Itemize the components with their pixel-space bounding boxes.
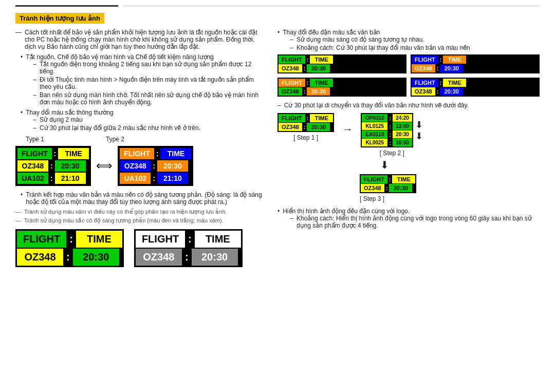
sfb3-row1: OZ348 : 20:30	[279, 87, 405, 96]
down-arrow-1-icon: ⬇	[415, 120, 423, 129]
sfb1-h-time: TIME	[310, 55, 333, 64]
lb1-row1: OZ348 : 20:30	[17, 249, 122, 266]
step3-h-flight: FLIGHT	[361, 175, 387, 183]
b1-h-sep: :	[52, 148, 59, 159]
arrow-down-step3-icon: ⬇	[380, 159, 540, 171]
b1-r1-sep: :	[48, 160, 55, 172]
step2-row3: KL0025 : 16:50	[362, 139, 412, 146]
right-column: Thay đổi đều đặn màu sắc văn bản Sử dụng…	[278, 29, 540, 267]
bottom-boards: FLIGHT : TIME OZ348 : 20:30 FLIGHT : TIM…	[15, 229, 267, 267]
arrow-right-icon: →	[342, 123, 353, 135]
gray-line-1: — Tránh sử dụng màu xám vì điều này có t…	[15, 209, 267, 215]
sfb3-header: FLIGHT : TIME	[279, 79, 405, 87]
board1-row2: UA102 : 21:10	[17, 173, 89, 184]
step3-header: FLIGHT : TIME	[361, 175, 415, 183]
step3-row1: OZ348 : 20:30	[361, 184, 415, 192]
b1-r1-time: 20:30	[55, 160, 86, 172]
lb2-r1-sep: :	[182, 249, 192, 266]
right-bullet-text-1: Thay đổi đều đặn màu sắc văn bản Sử dụng…	[283, 29, 470, 52]
b2-r1-time: 20:30	[157, 160, 188, 172]
b2-h-sep: :	[154, 148, 161, 159]
step3-h-time: TIME	[392, 175, 415, 183]
bullet-item-1: Tắt nguồn, Chế độ bảo vệ màn hình và Chế…	[21, 53, 267, 107]
sfb4-h-flight: FLIGHT	[412, 79, 438, 87]
step2-r0-flight: OP0310	[362, 114, 387, 122]
step1-row1: OZ348 : 20:30	[279, 123, 333, 131]
step3-label: [ Step 3 ]	[360, 195, 384, 202]
sfb-4: FLIGHT : TIME OZ348 : 20:30	[411, 78, 540, 97]
step2-r1-time: 13:50	[393, 122, 412, 130]
right-board-2: FLIGHT : TIME OZ348 : 20:30	[411, 54, 540, 73]
step3-r1-flight: OZ348	[361, 184, 384, 192]
boards-with-arrow: FLIGHT : TIME OZ348 : 20:30 UA102 : 21:1…	[15, 146, 267, 186]
sfb3-r1-sep: :	[302, 87, 307, 96]
sfb3-r1-time: 20:30	[307, 87, 330, 96]
step1-r1-time: 20:30	[307, 123, 330, 131]
step2-label: [ Step 2 ]	[380, 150, 404, 157]
step1-r1-sep: :	[302, 123, 307, 131]
sfb2-r1-time: 20:30	[440, 64, 463, 72]
sfb2-r1-flight: OZ348	[412, 64, 435, 72]
section-heading: Tránh hiện tượng lưu ảnh	[15, 13, 104, 24]
step-intro-text: Cứ 30 phút lại di chuyển và thay đổi văn…	[284, 102, 469, 109]
right-sub-list-1: Sử dụng màu sáng có độ sáng tương tự nha…	[290, 36, 470, 51]
sfb2-row1: OZ348 : 20:30	[412, 64, 539, 72]
board2-row1: OZ348 : 20:30	[120, 160, 191, 172]
step-intro-line: – Cứ 30 phút lại di chuyển và thay đổi v…	[278, 102, 540, 109]
sfb1-r1-time: 20:30	[307, 64, 330, 72]
step2-board: OP0310 : 24:20 KL0125 : 13:50 EA0110	[361, 113, 413, 147]
step1-label: [ Step 1 ]	[293, 134, 318, 141]
step1-h-sep: :	[305, 114, 310, 122]
sfb4-r1-flight: OZ348	[412, 87, 435, 96]
sfb1-h-sep: :	[305, 55, 310, 64]
sfb1-row1: OZ348 : 20:30	[279, 64, 405, 72]
step2-row0: OP0310 : 24:20	[362, 114, 412, 122]
b2-r2-sep: :	[151, 173, 157, 184]
step2-r3-time: 16:50	[393, 139, 412, 146]
sfb4-h-time: TIME	[443, 79, 466, 87]
step3-r1-sep: :	[384, 184, 390, 192]
large-board-1: FLIGHT : TIME OZ348 : 20:30	[15, 229, 124, 267]
left-column: — Cách tốt nhất để bảo vệ sản phẩm khỏi …	[15, 29, 267, 267]
sub-1-3: Ban nên sử dụng màn hình chờ. Tốt nhất n…	[33, 91, 267, 106]
step2-row2: EA0110 : 20:30	[362, 130, 412, 138]
sfb2-h-sep: :	[438, 55, 443, 64]
step3-block: FLIGHT : TIME OZ348 : 20:30 [ Step 3 ]	[360, 174, 540, 202]
type2-label: Type 2	[106, 136, 124, 143]
footer-bullet: Hiển thị hình ảnh động đều đặn cùng với …	[278, 208, 540, 230]
sfb1-r1-sep: :	[302, 64, 307, 72]
step2-r3-flight: KL0025	[362, 139, 387, 146]
sub-2-1: Sử dụng 2 màu	[33, 116, 200, 123]
step3-r1-time: 20:30	[389, 184, 412, 192]
avoid-bullet-1: Tránh kết hợp màu văn bản và màu nền có …	[21, 191, 267, 206]
sfb4-row1: OZ348 : 20:30	[412, 87, 539, 96]
right-sub-1-2: Khoảng cách: Cứ 30 phút lại thay đổi màu…	[290, 44, 470, 51]
avoid-bullet-list: Tránh kết hợp màu văn bản và màu nền có …	[21, 191, 267, 206]
lb1-r1-sep: :	[63, 249, 73, 266]
right-board-1: FLIGHT : TIME OZ348 : 20:30	[278, 54, 406, 73]
b2-h-time: TIME	[160, 148, 191, 159]
b1-r2-time: 21:10	[55, 173, 86, 184]
b2-r1-flight: OZ348	[120, 160, 151, 172]
footer-sub-1: Khoảng cách: Hiển thị hình ảnh động cùng…	[290, 215, 540, 229]
sfb3-r1-flight: OZ348	[279, 87, 302, 96]
b2-h-flight: FLIGHT	[120, 148, 154, 159]
down-arrow-2-icon: ⬇	[415, 132, 423, 141]
right-board-3: FLIGHT : TIME OZ348 : 20:30	[278, 78, 406, 97]
lb1-header: FLIGHT : TIME	[17, 231, 122, 248]
intro-text: Cách tốt nhất để bảo vệ sản phẩm khỏi hi…	[25, 29, 267, 50]
lb1-h-sep: :	[66, 231, 76, 248]
top-bar-accent	[15, 5, 118, 7]
double-arrow-icon: ⟺	[96, 159, 113, 173]
step2-r2-sep: :	[387, 130, 393, 138]
lb2-header: FLIGHT : TIME	[136, 231, 241, 248]
step-intro-dash: –	[278, 102, 281, 109]
sfb4-header: FLIGHT : TIME	[412, 79, 539, 87]
sfb4-h-sep: :	[438, 79, 443, 87]
step1-header: FLIGHT : TIME	[279, 114, 333, 122]
step3-h-sep: :	[387, 175, 393, 183]
sfb-3: FLIGHT : TIME OZ348 : 20:30	[278, 78, 406, 97]
board2-header-row: FLIGHT : TIME	[120, 148, 191, 159]
sfb3-h-time: TIME	[310, 79, 333, 87]
flight-board-type1: FLIGHT : TIME OZ348 : 20:30 UA102 : 21:1…	[15, 146, 91, 186]
